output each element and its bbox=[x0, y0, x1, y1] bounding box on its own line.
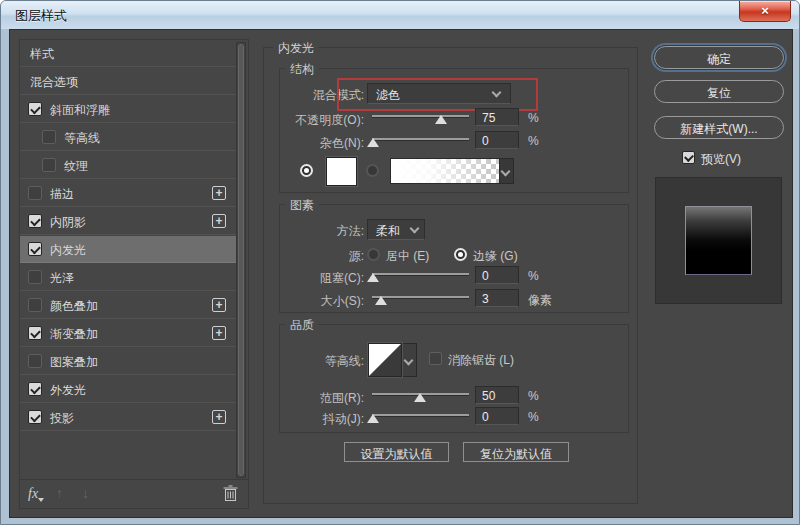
sidebar-item-contour[interactable]: 等高线 bbox=[20, 124, 236, 151]
slider-thumb[interactable] bbox=[367, 138, 379, 147]
checkbox-checked-icon[interactable] bbox=[28, 214, 42, 228]
checkbox-unchecked-icon[interactable] bbox=[28, 186, 42, 200]
sidebar-item-outer-glow[interactable]: 外发光 bbox=[20, 376, 236, 403]
make-default-button[interactable]: 设置为默认值 bbox=[344, 442, 449, 462]
range-unit: % bbox=[528, 389, 539, 403]
jitter-unit: % bbox=[528, 410, 539, 424]
method-dropdown[interactable]: 柔和 bbox=[367, 219, 425, 240]
checkbox-checked-icon[interactable] bbox=[28, 382, 42, 396]
noise-unit: % bbox=[528, 134, 539, 148]
checkbox-unchecked-icon[interactable] bbox=[42, 130, 56, 144]
titlebar[interactable]: 图层样式 × bbox=[1, 1, 800, 29]
chevron-down-icon bbox=[492, 88, 502, 98]
slider-thumb[interactable] bbox=[414, 393, 426, 402]
blend-mode-dropdown[interactable]: 滤色 bbox=[367, 83, 511, 104]
chevron-down-icon bbox=[410, 224, 420, 234]
size-label: 大小(S): bbox=[263, 293, 364, 310]
sidebar-item-bevel-emboss[interactable]: 斜面和浮雕 bbox=[20, 96, 236, 123]
sidebar-footer-divider bbox=[20, 479, 248, 480]
scrollbar-thumb[interactable] bbox=[238, 44, 244, 476]
sidebar-item-inner-shadow[interactable]: 内阴影 + bbox=[20, 208, 236, 235]
source-edge-radio[interactable] bbox=[454, 248, 467, 261]
slider-track[interactable] bbox=[372, 115, 469, 117]
add-effect-icon[interactable]: + bbox=[212, 186, 226, 200]
noise-slider[interactable] bbox=[372, 134, 469, 148]
noise-input[interactable]: 0 bbox=[475, 131, 519, 149]
sidebar-item-gradient-overlay[interactable]: 渐变叠加 + bbox=[20, 320, 236, 347]
size-slider[interactable] bbox=[372, 292, 469, 306]
glow-color-swatch[interactable] bbox=[326, 157, 357, 186]
preview-checkbox[interactable] bbox=[682, 151, 695, 164]
trash-icon[interactable] bbox=[223, 485, 238, 506]
antialias-label: 消除锯齿 (L) bbox=[448, 352, 514, 369]
sidebar-item-inner-glow[interactable]: 内发光 bbox=[20, 236, 236, 263]
reset-button[interactable]: 复位 bbox=[654, 80, 784, 103]
noise-label: 杂色(N): bbox=[263, 135, 364, 152]
fx-icon[interactable]: fx bbox=[28, 486, 38, 502]
slider-track[interactable] bbox=[372, 138, 469, 140]
add-effect-icon[interactable]: + bbox=[212, 410, 226, 424]
checkbox-unchecked-icon[interactable] bbox=[28, 298, 42, 312]
size-unit: 像素 bbox=[528, 292, 552, 309]
checkbox-unchecked-icon[interactable] bbox=[28, 354, 42, 368]
sidebar-item-label: 外发光 bbox=[50, 382, 86, 399]
contour-dropdown[interactable] bbox=[403, 343, 417, 377]
range-slider[interactable] bbox=[372, 389, 469, 403]
structure-group-title: 结构 bbox=[285, 61, 319, 78]
new-style-button[interactable]: 新建样式(W)... bbox=[654, 116, 784, 139]
arrow-up-icon[interactable]: ↑ bbox=[56, 485, 63, 501]
jitter-input[interactable]: 0 bbox=[475, 407, 519, 425]
choke-input[interactable]: 0 bbox=[475, 266, 519, 284]
antialias-checkbox[interactable] bbox=[429, 352, 442, 365]
chevron-down-icon bbox=[404, 356, 414, 366]
checkbox-unchecked-icon[interactable] bbox=[28, 270, 42, 284]
slider-thumb[interactable] bbox=[375, 296, 387, 305]
checkbox-checked-icon[interactable] bbox=[28, 410, 42, 424]
checkbox-checked-icon[interactable] bbox=[28, 326, 42, 340]
ok-button[interactable]: 确定 bbox=[654, 46, 784, 69]
sidebar-item-pattern-overlay[interactable]: 图案叠加 bbox=[20, 348, 236, 375]
color-fill-radio[interactable] bbox=[300, 164, 313, 177]
arrow-down-icon[interactable]: ↓ bbox=[82, 485, 89, 501]
gradient-dropdown[interactable] bbox=[500, 158, 514, 184]
checkbox-checked-icon[interactable] bbox=[28, 102, 42, 116]
sidebar-item-color-overlay[interactable]: 颜色叠加 + bbox=[20, 292, 236, 319]
sidebar-item-label: 纹理 bbox=[64, 158, 88, 175]
sidebar-item-texture[interactable]: 纹理 bbox=[20, 152, 236, 179]
source-center-radio[interactable] bbox=[367, 248, 380, 261]
sidebar-item-drop-shadow[interactable]: 投影 + bbox=[20, 404, 236, 431]
add-effect-icon[interactable]: + bbox=[212, 298, 226, 312]
range-label: 范围(R): bbox=[263, 390, 364, 407]
opacity-slider[interactable] bbox=[372, 111, 469, 125]
jitter-slider[interactable] bbox=[372, 410, 469, 424]
opacity-unit: % bbox=[528, 111, 539, 125]
close-button[interactable]: × bbox=[739, 1, 791, 22]
slider-thumb[interactable] bbox=[435, 115, 447, 124]
slider-thumb[interactable] bbox=[367, 414, 379, 423]
gradient-fill-radio[interactable] bbox=[366, 164, 379, 177]
checkbox-checked-icon[interactable] bbox=[28, 242, 42, 256]
contour-picker[interactable] bbox=[368, 343, 402, 377]
gradient-picker[interactable] bbox=[390, 158, 500, 184]
add-effect-icon[interactable]: + bbox=[212, 214, 226, 228]
slider-track[interactable] bbox=[372, 273, 469, 275]
reset-default-button[interactable]: 复位为默认值 bbox=[463, 442, 569, 462]
sidebar-item-satin[interactable]: 光泽 bbox=[20, 264, 236, 291]
range-input[interactable]: 50 bbox=[475, 386, 519, 404]
sidebar-item-stroke[interactable]: 描边 + bbox=[20, 180, 236, 207]
size-input[interactable]: 3 bbox=[475, 289, 519, 307]
sidebar-item-blending-options[interactable]: 混合选项 bbox=[20, 68, 236, 95]
slider-track[interactable] bbox=[372, 414, 469, 416]
checkbox-unchecked-icon[interactable] bbox=[42, 158, 56, 172]
source-label: 源: bbox=[263, 248, 364, 265]
choke-slider[interactable] bbox=[372, 269, 469, 283]
choke-label: 阻塞(C): bbox=[263, 270, 364, 287]
choke-unit: % bbox=[528, 269, 539, 283]
sidebar-item-label: 等高线 bbox=[64, 130, 100, 147]
sidebar-item-styles[interactable]: 样式 bbox=[20, 40, 236, 67]
sidebar-item-label: 渐变叠加 bbox=[50, 326, 98, 343]
sidebar-scrollbar[interactable] bbox=[236, 42, 246, 478]
opacity-input[interactable]: 75 bbox=[475, 108, 519, 126]
slider-thumb[interactable] bbox=[367, 273, 379, 282]
add-effect-icon[interactable]: + bbox=[212, 326, 226, 340]
